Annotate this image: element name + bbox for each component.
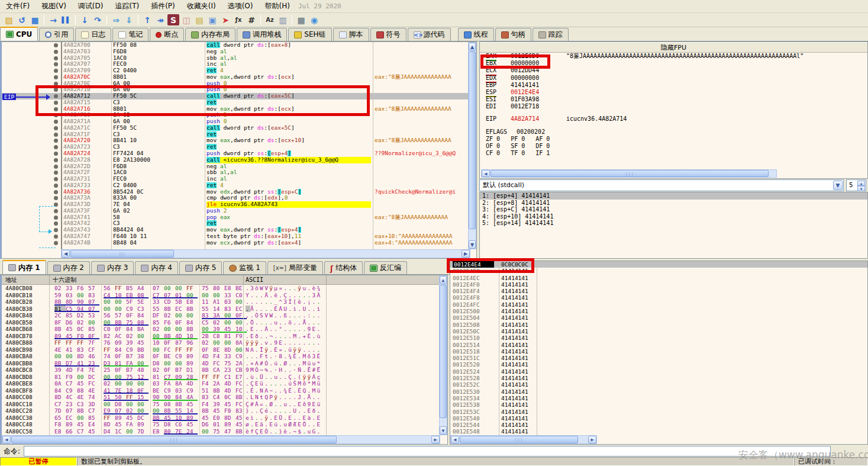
disasm-row[interactable]: 4A82A72F1AC0sbb al,al [2,169,476,176]
breakpoint-dot[interactable] [54,165,58,169]
disasm-row[interactable]: 4A82A7438B4424 04mov eax,dword ptr ss:[e… [2,227,476,233]
stack-row[interactable]: 0012E4F041414141 [450,281,867,288]
dump-row[interactable]: 4A80CB588FD60200008B750885F60F84C5020000… [2,319,447,326]
disasm-row[interactable]: 4A82A742C3ret [2,220,476,227]
disasm-row[interactable]: 4A82A724FF7424 04push dword ptr ss:[esp+… [2,150,476,157]
tab-日志[interactable]: 日志 [75,28,111,41]
stack-row[interactable]: 0012E4E40C0C0C0C [450,261,867,268]
registers-pane[interactable]: 隐藏FPU EAX0012E6D0"8蒹JAAAAAAAAAAAAAAAAAAA… [479,41,868,179]
calling-convention-select[interactable]: 默认 (stdcall) ▼ [479,179,844,191]
scroll-up-button[interactable]: ▲ [469,43,476,51]
scroll-right-button[interactable]: ▶ [431,436,440,443]
register-row[interactable]: EIP4A82A714icucnv36.4A82A714 [480,115,867,123]
watch-fx-icon[interactable]: ƒx [233,14,244,25]
disasm-row[interactable]: 4A82A7186A 02push 2 [2,112,476,118]
open-file-icon[interactable]: ▨ [3,14,15,25]
disasm-row[interactable]: 4A82A7168B01mov eax,dword ptr ds:[ecx]ea… [2,106,476,113]
register-row[interactable]: EAX0012E6D0"8蒹JAAAAAAAAAAAAAAAAAAAAAAAAA… [480,53,867,60]
breakpoint-dot[interactable] [54,62,58,66]
hash-icon[interactable]: # [246,14,257,25]
breakpoint-dot[interactable] [54,88,58,92]
breakpoint-dot[interactable] [54,228,58,232]
stack-hscrollbar[interactable]: ◀ ||| ▶ [450,435,597,444]
dump-row[interactable]: 4A80CC58E866C745D41C007DE8807E240075478B… [2,428,447,435]
disasm-row[interactable]: 4A82A7106A 00push 0 [2,86,476,93]
breakpoint-dot[interactable] [54,82,58,86]
disasm-row[interactable]: 4A82A74158pop eaxeax:"8蒹JAAAAAAAAAAAAA [2,214,476,221]
disasm-row[interactable]: 4A82A71CFF50 5Ccall dword ptr ds:[eax+5C… [2,125,476,131]
stack-row[interactable]: 0012E4E841414141 [450,268,867,274]
breakpoint-dot[interactable] [54,113,58,117]
spin-down-icon[interactable]: ▼ [857,186,865,191]
breakpoint-dot[interactable] [54,75,58,79]
dump-row[interactable]: 4A80CBF884C9884E417E180FBEC903C9518B4DFC… [2,387,447,394]
breakpoint-dot[interactable] [54,107,58,111]
dump-tab-局部变量[interactable]: [x=]局部变量 [267,261,323,274]
dump-row[interactable]: 4A80CBC8394DF47E250FB748020FB7D18BCA23CB… [2,367,447,374]
breakpoint-dot[interactable] [54,234,58,239]
dump-row[interactable]: 4A80CC48F88945E48D45FA8975D8C645D6018945… [2,421,447,428]
menu-item[interactable]: 插件(P) [145,0,181,12]
breakpoint-dot[interactable] [54,101,58,105]
dump-row[interactable]: 4A80CBD881F900DC0000751281C70928FFFFC1E7… [2,374,447,381]
label-icon[interactable]: ▣ [206,14,218,25]
breakpoint-dot[interactable] [54,43,58,47]
scroll-left-button[interactable]: ◀ [2,436,11,443]
dump-row[interactable]: 4A80CB1859030083C410EB08C7070100000033C0… [2,292,447,299]
stack-row[interactable]: 0012E50841414141 [450,322,867,328]
stack-row[interactable]: 0012E51041414141 [450,335,867,341]
disasm-row[interactable]: 4A82A747F640 10 11test byte ptr ds:[eax+… [2,233,476,240]
disasm-row[interactable]: 4A82A723C3ret [2,144,476,150]
stack-pane[interactable]: 0012E4E40C0C0C0C0012E4E8414141410012E4EC… [450,261,868,445]
tab-CPU[interactable]: CPU [0,27,38,41]
dump-tab-内存 1[interactable]: 内存 1 [2,260,46,274]
stack-row[interactable]: 0012E52441414141 [450,368,867,375]
dump-hscrollbar[interactable]: ◀ ||| ▶ [2,435,440,444]
scroll-left-button[interactable]: ◀ [482,170,490,177]
scroll-up-button[interactable]: ▲ [440,276,447,284]
disasm-row[interactable]: 4A82A73D∨7E 04jle icucnv36.4A82A743 [2,201,476,208]
breakpoint-dot[interactable] [54,196,58,200]
tab-SEH链[interactable]: SEH链 [288,28,331,41]
disasm-row[interactable]: 4A82A70E6A 00push 0 [2,81,476,87]
stack-row[interactable]: 0012E4FC41414141 [450,301,867,308]
menu-item[interactable]: 调试(D) [72,0,109,12]
stack-row[interactable]: 0012E51841414141 [450,348,867,355]
step-over-icon[interactable]: ↷ [92,14,104,25]
scroll-right-button[interactable]: ▶ [588,436,596,443]
menu-item[interactable]: 帮助(H) [259,0,295,12]
breakpoint-dot[interactable] [54,139,58,143]
breakpoint-dot[interactable] [54,126,58,130]
scroll-left-button[interactable]: ◀ [62,250,70,258]
breakpoint-dot[interactable] [54,152,58,156]
disasm-row[interactable]: 4A82A70C8B01mov eax,dword ptr ds:[ecx]ea… [2,74,476,81]
breakpoint-dot[interactable] [54,158,58,162]
breakpoint-dot[interactable] [54,216,58,220]
breakpoint-dot[interactable] [54,69,58,73]
dump-row[interactable]: 4A80CB788945F00F82AC0200008B4D102BC881F9… [2,333,447,340]
registers-hscrollbar[interactable]: ◀ ||| [481,169,777,178]
scroll-thumb[interactable] [469,52,476,229]
tab-跟踪[interactable]: 跟踪 [533,28,569,41]
tab-句柄[interactable]: 句柄 [495,28,531,41]
disasm-row[interactable]: 4A82A709C2 0400ret 4 [2,68,476,74]
scroll-down-button[interactable]: ▼ [440,426,447,435]
restart-icon[interactable]: ↺ [16,14,28,25]
disasm-row[interactable]: 4A82A74B8B48 04mov ecx,dword ptr ds:[eax… [2,240,476,246]
register-row[interactable]: EBX00000000 [480,60,867,67]
scroll-thumb[interactable]: ||| [11,436,337,443]
stack-row[interactable]: 0012E52C41414141 [450,381,867,388]
breakpoint-dot[interactable] [54,133,58,137]
scroll-thumb[interactable] [440,285,447,418]
register-row[interactable]: ESP0012E4E4 [480,89,867,96]
disasm-row[interactable]: 4A82A71A6A 00push 0 [2,118,476,125]
disasm-row[interactable]: 4A82A71FC3ret [2,131,476,138]
appearance-icon[interactable]: Az [264,14,276,25]
dump-row[interactable]: 4A80CB88FFFFFF7F76093945100F87960200008A… [2,339,447,346]
disasm-row[interactable]: 4A82A715C3ret [2,99,476,106]
dump-tab-内存 2[interactable]: 内存 2 [47,261,90,274]
stack-args-pane[interactable]: 1: [esp+4] 414141412: [esp+8] 414141413:… [479,192,868,259]
dump-row[interactable]: 4A80CB3881C594070000C9C3558BEC8B551483EC… [2,306,447,313]
disasm-row[interactable]: 4A82A703F6D8neg al [2,49,476,55]
disasm-row[interactable]: 4A82A700FF50 08call dword ptr ds:[eax+8] [2,42,476,49]
